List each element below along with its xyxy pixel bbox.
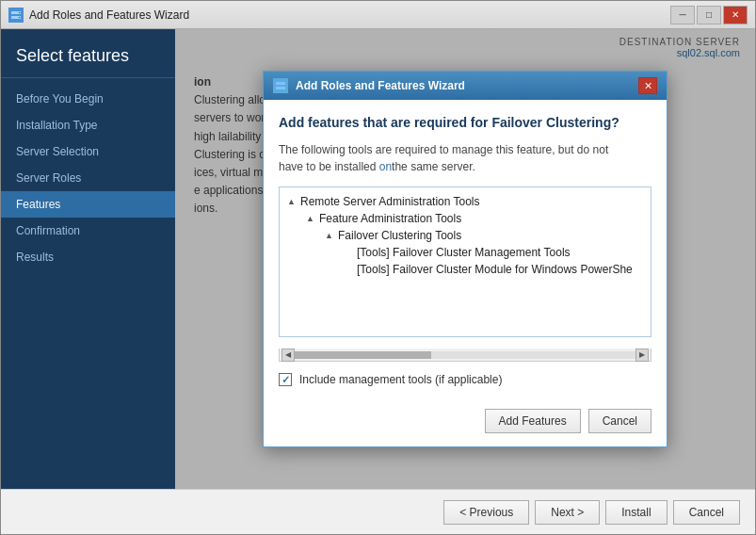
close-button[interactable]: ✕ — [723, 6, 748, 24]
tree-view[interactable]: ▲ Remote Server Administration Tools ▲ F… — [279, 186, 651, 337]
modal-footer: Add Features Cancel — [264, 401, 667, 446]
tree-arrow-fcpsh — [344, 265, 357, 274]
sidebar-item-server-selection[interactable]: Server Selection — [1, 138, 175, 165]
tree-arrow-rsat: ▲ — [287, 197, 300, 206]
modal-wizard-icon — [273, 78, 288, 93]
checkbox-checkmark: ✓ — [281, 374, 290, 386]
title-bar: Add Roles and Features Wizard ─ □ ✕ — [1, 1, 755, 29]
sidebar: Select features Before You Begin Install… — [1, 29, 175, 489]
include-tools-label: Include management tools (if applicable) — [299, 373, 502, 386]
main-window: Add Roles and Features Wizard ─ □ ✕ Sele… — [0, 0, 756, 535]
server-icon — [8, 8, 24, 23]
window-title: Add Roles and Features Wizard — [29, 8, 189, 22]
sidebar-title: Select features — [1, 29, 175, 78]
include-tools-checkbox-row[interactable]: ✓ Include management tools (if applicabl… — [279, 373, 651, 386]
sidebar-item-confirmation[interactable]: Confirmation — [1, 218, 175, 244]
modal-dialog: Add Roles and Features Wizard ✕ Add feat… — [263, 71, 668, 447]
tree-item-fat: ▲ Feature Administration Tools — [283, 210, 647, 227]
scroll-right-button[interactable]: ▶ — [635, 349, 649, 362]
svg-point-3 — [19, 16, 21, 18]
tree-arrow-fcmt — [344, 248, 357, 257]
modal-overlay: Add Roles and Features Wizard ✕ Add feat… — [175, 29, 755, 489]
tree-text-rsat: Remote Server Administration Tools — [300, 195, 480, 208]
tree-text-fct: Failover Clustering Tools — [338, 229, 461, 242]
sidebar-item-installation-type[interactable]: Installation Type — [1, 112, 175, 138]
content-area: Select features Before You Begin Install… — [1, 29, 755, 489]
tree-arrow-fat: ▲ — [306, 214, 319, 223]
modal-description: The following tools are required to mana… — [279, 141, 651, 175]
modal-title: Add Roles and Features Wizard — [296, 79, 465, 92]
previous-button[interactable]: < Previous — [443, 500, 529, 525]
tree-item-fcmt: [Tools] Failover Cluster Management Tool… — [283, 244, 647, 261]
scroll-track[interactable] — [295, 351, 635, 359]
main-panel: DESTINATION SERVER sql02.sql.com ion Clu… — [175, 29, 755, 489]
modal-desc-line2-suffix: the same server. — [392, 160, 475, 173]
title-bar-controls: ─ □ ✕ — [670, 6, 748, 24]
tree-item-fcpsh: [Tools] Failover Cluster Module for Wind… — [283, 261, 647, 278]
tree-text-fcmt: [Tools] Failover Cluster Management Tool… — [357, 246, 571, 259]
svg-rect-5 — [276, 87, 285, 89]
horizontal-scrollbar[interactable]: ◀ ▶ — [279, 349, 651, 362]
modal-question: Add features that are required for Failo… — [279, 115, 651, 130]
modal-close-button[interactable]: ✕ — [638, 77, 657, 94]
svg-rect-4 — [276, 82, 285, 85]
minimize-button[interactable]: ─ — [670, 6, 695, 24]
include-tools-checkbox[interactable]: ✓ — [279, 373, 292, 386]
svg-point-2 — [19, 11, 21, 13]
bottom-bar: < Previous Next > Install Cancel — [1, 489, 755, 534]
modal-cancel-button[interactable]: Cancel — [588, 409, 651, 433]
modal-title-bar-left: Add Roles and Features Wizard — [273, 78, 465, 93]
cancel-button[interactable]: Cancel — [673, 500, 740, 525]
sidebar-items: Before You Begin Installation Type Serve… — [1, 78, 175, 270]
tree-item-rsat: ▲ Remote Server Administration Tools — [283, 193, 647, 210]
tree-item-fct: ▲ Failover Clustering Tools — [283, 227, 647, 244]
sidebar-item-results[interactable]: Results — [1, 244, 175, 270]
tree-text-fcpsh: [Tools] Failover Cluster Module for Wind… — [357, 263, 633, 276]
sidebar-item-server-roles[interactable]: Server Roles — [1, 165, 175, 191]
next-button[interactable]: Next > — [535, 500, 600, 525]
sidebar-item-features[interactable]: Features — [1, 191, 175, 218]
maximize-button[interactable]: □ — [697, 6, 721, 24]
tree-text-fat: Feature Administration Tools — [319, 212, 461, 225]
modal-desc-line2-prefix: have to be installed — [279, 160, 379, 173]
modal-desc-line1: The following tools are required to mana… — [279, 143, 608, 156]
scroll-left-button[interactable]: ◀ — [281, 349, 295, 362]
add-features-button[interactable]: Add Features — [485, 409, 581, 433]
modal-body: Add features that are required for Failo… — [264, 100, 667, 401]
install-button[interactable]: Install — [605, 500, 667, 525]
scroll-thumb[interactable] — [295, 351, 431, 359]
modal-desc-highlight: on — [379, 160, 392, 173]
title-bar-left: Add Roles and Features Wizard — [8, 8, 189, 23]
tree-arrow-fct: ▲ — [325, 231, 338, 240]
sidebar-item-before-you-begin[interactable]: Before You Begin — [1, 86, 175, 112]
modal-title-bar: Add Roles and Features Wizard ✕ — [264, 72, 667, 100]
